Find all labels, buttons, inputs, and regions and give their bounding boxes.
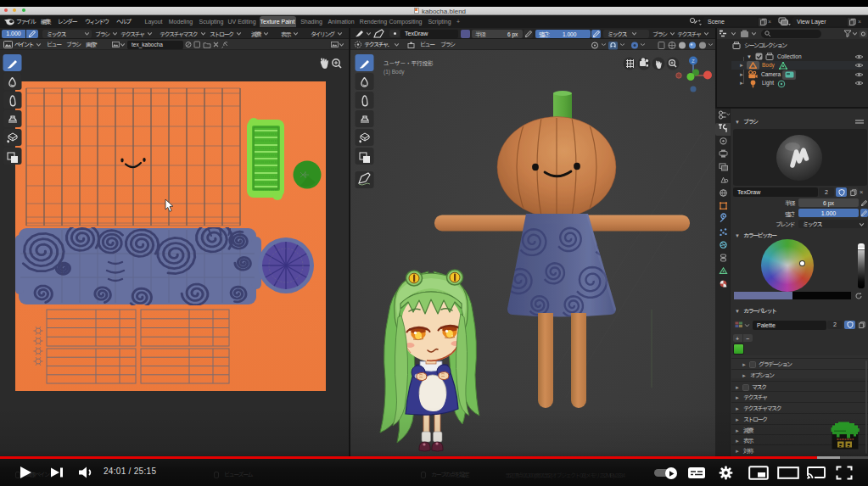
svg-text:ユーザー・平行投影: ユーザー・平行投影: [384, 60, 434, 67]
svg-text:(1) Body: (1) Body: [384, 69, 405, 75]
